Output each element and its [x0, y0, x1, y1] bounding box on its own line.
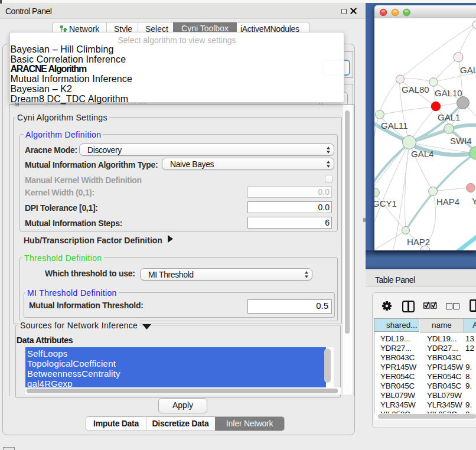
svg-text:GAL11: GAL11: [381, 120, 408, 131]
svg-text:GAL80: GAL80: [402, 84, 429, 94]
svg-text:HAP2: HAP2: [407, 237, 430, 247]
svg-text:GAL4: GAL4: [411, 149, 433, 159]
svg-text:GAL7: GAL7: [460, 65, 476, 75]
svg-text:GAL10: GAL10: [435, 88, 462, 98]
svg-text:HAP4: HAP4: [436, 197, 459, 207]
svg-text:SWI4: SWI4: [450, 136, 472, 146]
svg-text:GAL1: GAL1: [438, 112, 460, 122]
svg-text:YM: YM: [472, 196, 476, 206]
svg-text:GCY1: GCY1: [374, 198, 397, 208]
